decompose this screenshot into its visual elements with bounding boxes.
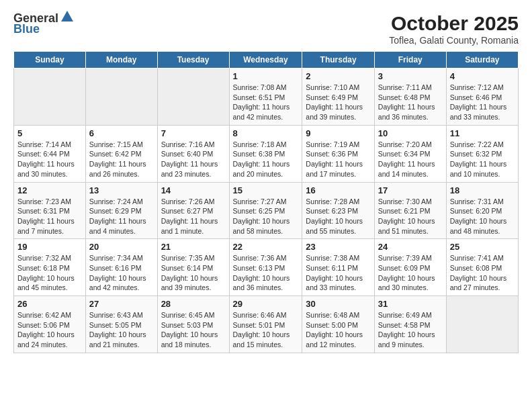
day-number: 20 bbox=[89, 242, 154, 252]
day-info: Sunrise: 6:43 AM Sunset: 5:05 PM Dayligh… bbox=[89, 310, 154, 350]
day-cell: 27Sunrise: 6:43 AM Sunset: 5:05 PM Dayli… bbox=[85, 296, 157, 353]
day-cell: 7Sunrise: 7:16 AM Sunset: 6:40 PM Daylig… bbox=[157, 125, 229, 182]
day-number: 14 bbox=[161, 185, 226, 195]
day-info: Sunrise: 7:26 AM Sunset: 6:27 PM Dayligh… bbox=[161, 197, 226, 236]
day-number: 1 bbox=[233, 71, 299, 81]
day-number: 25 bbox=[450, 242, 515, 252]
day-header-tuesday: Tuesday bbox=[157, 52, 229, 68]
day-info: Sunrise: 7:24 AM Sunset: 6:29 PM Dayligh… bbox=[89, 197, 154, 236]
day-number: 2 bbox=[306, 71, 371, 81]
page: General Blue October 2025 Toflea, Galati… bbox=[0, 0, 532, 411]
day-cell: 30Sunrise: 6:48 AM Sunset: 5:00 PM Dayli… bbox=[302, 296, 375, 353]
day-number: 24 bbox=[378, 242, 443, 252]
day-number: 17 bbox=[378, 185, 443, 195]
day-cell: 19Sunrise: 7:32 AM Sunset: 6:18 PM Dayli… bbox=[14, 239, 86, 296]
day-number: 10 bbox=[378, 128, 443, 138]
day-info: Sunrise: 7:20 AM Sunset: 6:34 PM Dayligh… bbox=[378, 140, 443, 179]
day-cell: 16Sunrise: 7:28 AM Sunset: 6:23 PM Dayli… bbox=[302, 182, 375, 239]
day-cell: 22Sunrise: 7:36 AM Sunset: 6:13 PM Dayli… bbox=[229, 239, 302, 296]
day-info: Sunrise: 7:32 AM Sunset: 6:18 PM Dayligh… bbox=[17, 253, 82, 293]
day-info: Sunrise: 7:34 AM Sunset: 6:16 PM Dayligh… bbox=[89, 253, 154, 293]
day-number: 22 bbox=[233, 242, 299, 252]
day-cell: 25Sunrise: 7:41 AM Sunset: 6:08 PM Dayli… bbox=[446, 239, 518, 296]
day-info: Sunrise: 7:36 AM Sunset: 6:13 PM Dayligh… bbox=[233, 253, 299, 293]
day-cell: 24Sunrise: 7:39 AM Sunset: 6:09 PM Dayli… bbox=[374, 239, 446, 296]
header: General Blue October 2025 Toflea, Galati… bbox=[13, 12, 519, 46]
calendar-header: SundayMondayTuesdayWednesdayThursdayFrid… bbox=[14, 52, 519, 68]
day-number: 9 bbox=[306, 128, 371, 138]
day-info: Sunrise: 7:12 AM Sunset: 6:46 PM Dayligh… bbox=[450, 83, 515, 122]
day-cell: 6Sunrise: 7:15 AM Sunset: 6:42 PM Daylig… bbox=[85, 125, 157, 182]
day-number: 26 bbox=[17, 299, 82, 309]
week-row-0: 1Sunrise: 7:08 AM Sunset: 6:51 PM Daylig… bbox=[14, 68, 519, 126]
day-number: 27 bbox=[89, 299, 154, 309]
day-cell: 11Sunrise: 7:22 AM Sunset: 6:32 PM Dayli… bbox=[446, 125, 518, 182]
day-header-thursday: Thursday bbox=[302, 52, 375, 68]
day-cell: 9Sunrise: 7:19 AM Sunset: 6:36 PM Daylig… bbox=[302, 125, 375, 182]
day-cell: 8Sunrise: 7:18 AM Sunset: 6:38 PM Daylig… bbox=[229, 125, 302, 182]
day-cell bbox=[157, 68, 229, 126]
day-info: Sunrise: 6:42 AM Sunset: 5:06 PM Dayligh… bbox=[17, 310, 82, 350]
day-header-sunday: Sunday bbox=[14, 52, 86, 68]
day-cell: 4Sunrise: 7:12 AM Sunset: 6:46 PM Daylig… bbox=[446, 68, 518, 126]
day-cell: 10Sunrise: 7:20 AM Sunset: 6:34 PM Dayli… bbox=[374, 125, 446, 182]
day-number: 12 bbox=[17, 185, 82, 195]
day-cell: 13Sunrise: 7:24 AM Sunset: 6:29 PM Dayli… bbox=[85, 182, 157, 239]
day-info: Sunrise: 7:10 AM Sunset: 6:49 PM Dayligh… bbox=[306, 83, 371, 122]
days-header-row: SundayMondayTuesdayWednesdayThursdayFrid… bbox=[14, 52, 519, 68]
day-number: 4 bbox=[450, 71, 515, 81]
day-header-wednesday: Wednesday bbox=[229, 52, 302, 68]
day-cell bbox=[85, 68, 157, 126]
day-number: 13 bbox=[89, 185, 154, 195]
day-info: Sunrise: 7:16 AM Sunset: 6:40 PM Dayligh… bbox=[161, 140, 226, 179]
calendar-title: October 2025 bbox=[389, 12, 519, 35]
day-cell: 1Sunrise: 7:08 AM Sunset: 6:51 PM Daylig… bbox=[229, 68, 302, 126]
day-number: 23 bbox=[306, 242, 371, 252]
day-number: 7 bbox=[161, 128, 226, 138]
day-cell: 12Sunrise: 7:23 AM Sunset: 6:31 PM Dayli… bbox=[14, 182, 86, 239]
day-info: Sunrise: 6:49 AM Sunset: 4:58 PM Dayligh… bbox=[378, 310, 443, 350]
day-cell: 23Sunrise: 7:38 AM Sunset: 6:11 PM Dayli… bbox=[302, 239, 375, 296]
day-cell bbox=[14, 68, 86, 126]
week-row-1: 5Sunrise: 7:14 AM Sunset: 6:44 PM Daylig… bbox=[14, 125, 519, 182]
day-number: 6 bbox=[89, 128, 154, 138]
day-cell: 5Sunrise: 7:14 AM Sunset: 6:44 PM Daylig… bbox=[14, 125, 86, 182]
day-number: 15 bbox=[233, 185, 299, 195]
day-cell: 17Sunrise: 7:30 AM Sunset: 6:21 PM Dayli… bbox=[374, 182, 446, 239]
week-row-2: 12Sunrise: 7:23 AM Sunset: 6:31 PM Dayli… bbox=[14, 182, 519, 239]
day-number: 8 bbox=[233, 128, 299, 138]
day-info: Sunrise: 7:22 AM Sunset: 6:32 PM Dayligh… bbox=[450, 140, 515, 179]
calendar-table: SundayMondayTuesdayWednesdayThursdayFrid… bbox=[13, 51, 519, 353]
week-row-4: 26Sunrise: 6:42 AM Sunset: 5:06 PM Dayli… bbox=[14, 296, 519, 353]
calendar-subtitle: Toflea, Galati County, Romania bbox=[389, 35, 519, 46]
day-info: Sunrise: 7:18 AM Sunset: 6:38 PM Dayligh… bbox=[233, 140, 299, 179]
day-cell: 29Sunrise: 6:46 AM Sunset: 5:01 PM Dayli… bbox=[229, 296, 302, 353]
day-number: 29 bbox=[233, 299, 299, 309]
day-info: Sunrise: 7:31 AM Sunset: 6:20 PM Dayligh… bbox=[450, 197, 515, 236]
logo-icon bbox=[60, 9, 75, 24]
day-info: Sunrise: 7:19 AM Sunset: 6:36 PM Dayligh… bbox=[306, 140, 371, 179]
day-cell: 14Sunrise: 7:26 AM Sunset: 6:27 PM Dayli… bbox=[157, 182, 229, 239]
svg-marker-0 bbox=[61, 11, 73, 21]
day-number: 11 bbox=[450, 128, 515, 138]
day-header-friday: Friday bbox=[374, 52, 446, 68]
day-cell: 20Sunrise: 7:34 AM Sunset: 6:16 PM Dayli… bbox=[85, 239, 157, 296]
day-number: 3 bbox=[378, 71, 443, 81]
day-number: 30 bbox=[306, 299, 371, 309]
day-number: 28 bbox=[161, 299, 226, 309]
day-info: Sunrise: 7:11 AM Sunset: 6:48 PM Dayligh… bbox=[378, 83, 443, 122]
day-number: 5 bbox=[17, 128, 82, 138]
day-info: Sunrise: 7:38 AM Sunset: 6:11 PM Dayligh… bbox=[306, 253, 371, 293]
day-cell: 26Sunrise: 6:42 AM Sunset: 5:06 PM Dayli… bbox=[14, 296, 86, 353]
day-info: Sunrise: 6:46 AM Sunset: 5:01 PM Dayligh… bbox=[233, 310, 299, 350]
day-info: Sunrise: 7:39 AM Sunset: 6:09 PM Dayligh… bbox=[378, 253, 443, 293]
day-info: Sunrise: 7:27 AM Sunset: 6:25 PM Dayligh… bbox=[233, 197, 299, 236]
logo: General Blue bbox=[13, 12, 75, 36]
day-cell: 28Sunrise: 6:45 AM Sunset: 5:03 PM Dayli… bbox=[157, 296, 229, 353]
calendar-body: 1Sunrise: 7:08 AM Sunset: 6:51 PM Daylig… bbox=[14, 68, 519, 353]
day-number: 21 bbox=[161, 242, 226, 252]
day-number: 18 bbox=[450, 185, 515, 195]
logo-blue: Blue bbox=[13, 23, 40, 36]
day-number: 16 bbox=[306, 185, 371, 195]
day-header-monday: Monday bbox=[85, 52, 157, 68]
